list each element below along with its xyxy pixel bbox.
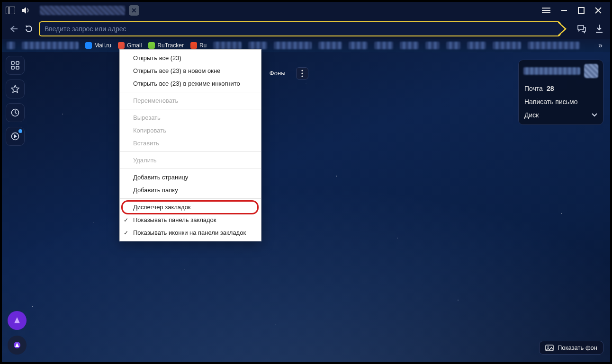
user-mail-row[interactable]: Почта 28 xyxy=(519,82,603,95)
show-background-button[interactable]: Показать фон xyxy=(539,341,603,355)
side-panel xyxy=(6,56,25,146)
ctx-cut: Вырезать xyxy=(120,111,261,124)
window-minimize[interactable] xyxy=(561,7,567,14)
svg-rect-0 xyxy=(6,7,15,14)
bookmarks-overflow-icon[interactable]: » xyxy=(598,41,605,50)
menu-icon[interactable] xyxy=(542,7,550,14)
chevron-down-icon xyxy=(592,113,597,117)
favicon xyxy=(118,42,125,49)
nav-back-icon[interactable] xyxy=(9,25,19,33)
user-avatar[interactable] xyxy=(584,64,598,78)
svg-rect-16 xyxy=(16,66,19,69)
window-maximize[interactable] xyxy=(578,7,585,14)
favicon xyxy=(148,42,155,49)
show-background-label: Показать фон xyxy=(558,344,597,351)
window-close[interactable] xyxy=(595,7,602,14)
address-bar-row xyxy=(2,19,610,39)
image-icon xyxy=(545,345,554,351)
downloads-icon[interactable] xyxy=(595,24,603,34)
svg-rect-7 xyxy=(578,8,584,13)
ctx-open-all[interactable]: Открыть все (23) xyxy=(120,52,261,64)
omnibox-go-arrow[interactable] xyxy=(558,21,567,36)
bookmarks-context-menu: Открыть все (23) Открыть все (23) в ново… xyxy=(119,49,261,241)
ctx-open-all-incognito[interactable]: Открыть все (23) в режиме инкогнито xyxy=(120,77,261,90)
ctx-bookmark-manager[interactable]: Диспетчер закладок xyxy=(120,201,261,213)
user-name-blurred xyxy=(523,67,580,75)
svg-marker-17 xyxy=(11,85,19,93)
ctx-add-page[interactable]: Добавить страницу xyxy=(120,171,261,184)
ctx-show-bookmarks-bar[interactable]: Показывать панель закладок xyxy=(120,213,261,226)
side-history-button[interactable] xyxy=(6,103,25,122)
ctx-show-bookmark-icons[interactable]: Показывать иконки на панели закладок xyxy=(120,226,261,239)
svg-rect-15 xyxy=(11,66,14,69)
svg-point-25 xyxy=(301,72,303,74)
bookmark-item[interactable]: RuTracker xyxy=(148,42,184,49)
backgrounds-button[interactable]: Фоны xyxy=(264,67,291,80)
tab-close-button[interactable]: ✕ xyxy=(129,5,139,16)
alice-shortcut-button[interactable] xyxy=(8,311,27,330)
user-mail-count: 28 xyxy=(547,85,554,92)
bookmark-label: Gmail xyxy=(127,42,142,49)
svg-marker-20 xyxy=(14,134,17,138)
side-apps-button[interactable] xyxy=(6,56,25,75)
ctx-add-folder[interactable]: Добавить папку xyxy=(120,184,261,196)
ctx-separator xyxy=(120,151,261,152)
svg-point-26 xyxy=(301,75,303,77)
alice-voice-button[interactable] xyxy=(8,336,27,355)
ctx-rename: Переименовать xyxy=(120,94,261,107)
ctx-separator xyxy=(120,198,261,199)
ctx-open-all-new-window[interactable]: Открыть все (23) в новом окне xyxy=(120,64,261,77)
svg-point-24 xyxy=(301,70,303,71)
svg-point-29 xyxy=(548,346,549,347)
bookmark-item[interactable]: Mail.ru xyxy=(85,42,111,49)
ctx-separator xyxy=(120,109,261,109)
omnibox[interactable] xyxy=(39,21,561,36)
svg-rect-13 xyxy=(11,62,14,64)
toolbar-more-button[interactable] xyxy=(296,67,308,80)
favicon xyxy=(85,42,92,49)
tab-title-blurred xyxy=(40,6,125,15)
bookmarks-bar: Mail.ru Gmail RuTracker Ru » xyxy=(2,39,610,52)
user-compose-row[interactable]: Написать письмо xyxy=(519,95,603,108)
sidebar-toggle-icon[interactable] xyxy=(6,7,15,14)
side-media-button[interactable] xyxy=(6,127,25,146)
bookmark-item[interactable]: Gmail xyxy=(118,42,142,49)
ctx-separator xyxy=(120,169,261,169)
omnibox-input[interactable] xyxy=(45,25,555,33)
svg-rect-14 xyxy=(16,62,19,64)
bookmark-label: Mail.ru xyxy=(94,42,111,49)
user-disk-row[interactable]: Диск xyxy=(519,108,603,122)
bookmark-item[interactable]: Ru xyxy=(190,42,207,49)
bookmark-label: Ru xyxy=(199,42,207,49)
favicon xyxy=(190,42,197,49)
user-panel: Почта 28 Написать письмо Диск xyxy=(518,60,603,125)
tab-bar: ✕ xyxy=(2,2,610,19)
ctx-paste: Вставить xyxy=(120,137,261,150)
user-mail-label: Почта xyxy=(524,85,543,92)
nav-reload-icon[interactable] xyxy=(24,25,34,33)
svg-marker-2 xyxy=(22,7,26,14)
side-favorites-button[interactable] xyxy=(6,80,25,98)
ctx-delete: Удалить xyxy=(120,154,261,167)
browser-tab[interactable]: ✕ xyxy=(37,4,143,17)
ctx-copy: Копировать xyxy=(120,124,261,137)
bookmark-label: RuTracker xyxy=(157,42,184,49)
notification-dot-icon xyxy=(18,129,22,133)
ctx-separator xyxy=(120,92,261,92)
feedback-icon[interactable] xyxy=(577,24,586,34)
new-tab-content: ытые Добавить Настроить Фоны Почта xyxy=(2,52,610,362)
volume-icon[interactable] xyxy=(22,7,30,14)
